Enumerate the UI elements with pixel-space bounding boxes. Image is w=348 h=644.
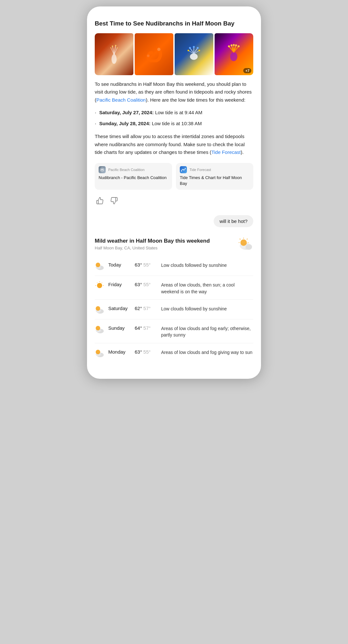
svg-point-21 (198, 50, 200, 51)
weather-row-today: Today 63° 55° Low clouds followed by sun… (95, 256, 253, 276)
pbc-icon (99, 166, 106, 173)
saturday-label: Saturday, July 27, 2024: (99, 110, 154, 115)
svg-point-22 (230, 52, 237, 61)
gallery-image-2[interactable] (135, 33, 173, 75)
list-item: Saturday, July 27, 2024: Low tide is at … (95, 109, 253, 116)
tf-site-name: Tide Forecast (189, 168, 211, 172)
pbc-site-name: Pacific Beach Coalition (108, 168, 145, 172)
weather-desc-sunday: Areas of low clouds and fog early; other… (161, 324, 253, 338)
svg-line-54 (97, 283, 97, 283)
svg-line-42 (247, 239, 247, 239)
svg-point-11 (190, 53, 198, 60)
sunday-text: Low tide is at 10:38 AM (150, 121, 202, 126)
svg-point-33 (100, 167, 104, 172)
weather-location: Half Moon Bay, CA, United States (95, 246, 210, 250)
phone-frame: Best Time to See Nudibranchs in Half Moo… (87, 6, 261, 379)
svg-point-48 (96, 263, 100, 267)
weather-rows: Today 63° 55° Low clouds followed by sun… (95, 256, 253, 362)
svg-point-32 (238, 45, 240, 47)
svg-point-29 (231, 44, 233, 46)
svg-point-7 (111, 47, 111, 48)
svg-line-51 (102, 283, 102, 283)
weather-desc-today: Low clouds followed by sunshine (161, 261, 253, 268)
weather-day-today: Today (108, 261, 131, 267)
temp-high-today: 63° (135, 262, 142, 267)
svg-point-10 (147, 55, 150, 57)
weather-row-monday: Monday 63° 55° Areas of low clouds and f… (95, 343, 253, 363)
image-count-overlay: +7 (243, 68, 251, 73)
weather-row-sunday: Sunday 64° 57° Areas of low clouds and f… (95, 319, 253, 343)
svg-point-36 (185, 168, 186, 169)
svg-point-17 (189, 47, 191, 49)
intro-paragraph: To see nudibranchs in Half Moon Bay this… (95, 80, 253, 104)
weather-header-icon (237, 237, 253, 250)
svg-point-28 (228, 45, 230, 47)
weather-desc-monday: Areas of low clouds and fog giving way t… (161, 348, 253, 356)
weather-desc-friday: Areas of low clouds, then sun; a cool we… (161, 280, 253, 295)
sunday-label: Sunday, July 28, 2024: (99, 121, 150, 126)
temp-low-saturday: 57° (143, 306, 151, 311)
svg-point-30 (233, 44, 235, 46)
tide-times-list: Saturday, July 27, 2024: Low tide is at … (95, 109, 253, 127)
svg-line-45 (240, 239, 240, 239)
svg-point-40 (240, 239, 247, 246)
source-cards: Pacific Beach Coalition Nudibranch - Pac… (95, 163, 253, 190)
saturday-text: Low tide is at 9:44 AM (154, 110, 202, 115)
image-gallery: +7 (95, 33, 253, 75)
svg-point-63 (96, 350, 100, 354)
svg-point-57 (96, 306, 100, 311)
weather-icon-saturday (95, 305, 104, 315)
closing-paragraph: These times will allow you to access the… (95, 133, 253, 156)
article-title: Best Time to See Nudibranchs in Half Moo… (95, 19, 253, 28)
weather-title: Mild weather in Half Moon Bay this weeke… (95, 237, 210, 245)
thumbs-up-button[interactable] (95, 196, 105, 207)
svg-point-60 (96, 326, 100, 330)
svg-point-34 (181, 171, 182, 172)
svg-point-49 (97, 283, 102, 288)
svg-point-35 (183, 169, 184, 170)
user-bubble: will it be hot? (214, 215, 253, 227)
temp-high-saturday: 62° (135, 306, 142, 311)
weather-day-friday: Friday (108, 280, 131, 287)
weather-desc-saturday: Low clouds followed by sunshine (161, 304, 253, 312)
user-message-row: will it be hot? (95, 215, 253, 227)
list-item: Sunday, July 28, 2024: Low tide is at 10… (95, 120, 253, 127)
svg-point-20 (188, 50, 189, 51)
svg-point-9 (157, 48, 160, 51)
thumbs-down-button[interactable] (109, 196, 119, 207)
tf-icon (180, 166, 187, 173)
feedback-row (95, 196, 253, 207)
svg-point-5 (112, 45, 113, 47)
svg-point-19 (197, 47, 199, 49)
tide-forecast-link[interactable]: Tide Forecast (211, 149, 241, 155)
weather-section: Mild weather in Half Moon Bay this weeke… (95, 235, 253, 362)
svg-point-8 (117, 47, 118, 48)
weather-day-monday: Monday (108, 348, 131, 355)
weather-day-sunday: Sunday (108, 324, 131, 331)
weather-icon-monday (95, 348, 104, 358)
temp-high-monday: 63° (135, 349, 142, 355)
source-card-pbc[interactable]: Pacific Beach Coalition Nudibranch - Pac… (95, 163, 172, 190)
temp-low-friday: 55° (143, 282, 151, 287)
weather-day-saturday: Saturday (108, 304, 131, 311)
temp-high-sunday: 64° (135, 325, 142, 331)
svg-point-6 (115, 45, 116, 46)
temp-low-monday: 55° (143, 349, 151, 355)
svg-point-31 (235, 44, 237, 46)
source-card-tf[interactable]: Tide Forecast Tide Times & Chart for Hal… (176, 163, 253, 190)
temp-low-today: 55° (143, 262, 151, 267)
svg-point-18 (193, 46, 195, 48)
pbc-intro-link[interactable]: Pacific Beach Coalition (96, 97, 146, 103)
gallery-image-3[interactable] (175, 33, 213, 75)
svg-point-39 (246, 245, 252, 250)
gallery-image-1[interactable] (95, 33, 133, 75)
weather-icon-today (95, 261, 104, 271)
content-area: Best Time to See Nudibranchs in Half Moo… (87, 13, 261, 372)
weather-row-friday: Friday 63° 55° Areas of low clouds, then… (95, 276, 253, 300)
gallery-image-4[interactable]: +7 (215, 33, 253, 75)
weather-icon-sunday (95, 325, 104, 334)
temp-low-sunday: 57° (143, 325, 151, 331)
weather-row-saturday: Saturday 62° 57° Low clouds followed by … (95, 300, 253, 319)
pbc-title: Nudibranch - Pacific Beach Coalition (99, 175, 168, 181)
weather-icon-friday (95, 281, 104, 291)
